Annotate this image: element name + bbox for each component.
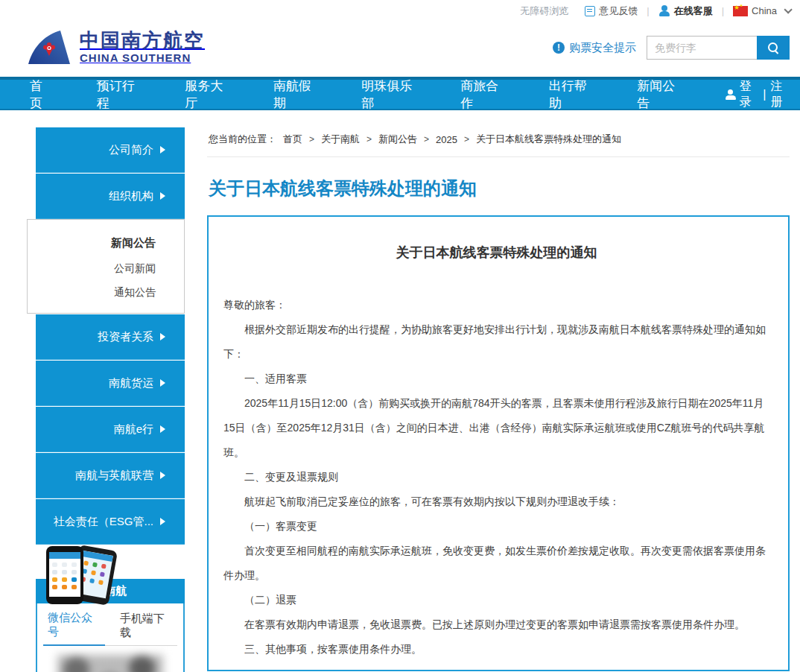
customer-service-icon (658, 5, 670, 16)
sidebar-item-cargo[interactable]: 南航货运 (36, 361, 185, 406)
sidebar-active-news-panel: 新闻公告 公司新闻 通知公告 (27, 219, 185, 314)
breadcrumb-separator: > (424, 134, 429, 145)
tab-wechat-account[interactable]: 微信公众号 (43, 611, 105, 646)
mobile-app-widget: 掌上南航 微信公众号 手机端下载 (36, 579, 185, 672)
breadcrumb-prefix: 您当前的位置： (209, 133, 276, 146)
arrow-right-icon (160, 192, 165, 200)
app-widget-panel: 微信公众号 手机端下载 (36, 603, 185, 672)
info-icon: ! (553, 42, 565, 54)
article-paragraph: 尊敬的旅客： (223, 293, 769, 317)
nav-item-business-travel[interactable]: 商旅合作 (460, 77, 504, 112)
nav-item-holidays[interactable]: 南航假期 (273, 77, 317, 112)
nav-item-news[interactable]: 新闻公告 (637, 77, 680, 112)
sidebar-subitem-notices[interactable]: 通知公告 (28, 286, 156, 299)
article-paragraph: 二、变更及退票规则 (223, 465, 769, 489)
breadcrumb-separator: > (366, 134, 372, 145)
breadcrumb: 您当前的位置： 首页 > 关于南航 > 新闻公告 > 2025 > 关于日本航线… (207, 127, 790, 157)
breadcrumb-year[interactable]: 2025 (436, 134, 457, 145)
sidebar-item-esg[interactable]: 社会责任（ESG管... (36, 499, 185, 545)
nav-item-home[interactable]: 首页 (30, 77, 51, 112)
divider: | (647, 5, 649, 16)
tab-app-download[interactable]: 手机端下载 (115, 612, 177, 645)
feedback-link[interactable]: 意见反馈 (585, 4, 638, 18)
safety-tip-label: 购票安全提示 (569, 41, 636, 55)
sidebar-item-investor-relations[interactable]: 投资者关系 (36, 314, 185, 360)
accessibility-link[interactable]: 无障碍浏览 (520, 4, 568, 18)
sidebar: 公司简介 组织机构 新闻公告 公司新闻 通知公告 投资者关系 南航货运 南航e行… (0, 127, 185, 672)
article-paragraph: 在客票有效期内申请退票，免收退票费。已按上述原则办理过变更的客票如申请退票需按客… (223, 612, 769, 637)
register-link[interactable]: 注册 (770, 79, 790, 110)
article-paragraph: （一）客票变更 (223, 514, 769, 539)
article-paragraph: 三、其他事项，按客票使用条件办理。 (223, 637, 769, 662)
arrow-right-icon (160, 518, 165, 525)
phones-image (45, 546, 127, 606)
divider: | (722, 5, 724, 16)
search-icon (768, 42, 779, 54)
logo-tailfin-icon (26, 30, 72, 66)
sidebar-item-label: 公司简介 (109, 143, 153, 157)
qr-code-image (57, 655, 163, 672)
arrow-right-icon (160, 425, 165, 433)
sidebar-item-ba-joint-venture[interactable]: 南航与英航联营 (36, 453, 185, 498)
nav-item-service-hall[interactable]: 服务大厅 (185, 77, 228, 112)
page-title: 关于日本航线客票特殊处理的通知 (209, 177, 790, 200)
arrow-right-icon (160, 379, 165, 387)
login-link[interactable]: 登录 (740, 79, 759, 110)
header-right: ! 购票安全提示 (553, 36, 790, 60)
breadcrumb-about[interactable]: 关于南航 (321, 133, 360, 146)
sidebar-item-label: 南航e行 (114, 422, 153, 437)
online-service-link[interactable]: 在线客服 (658, 4, 713, 18)
main-nav: 首页 预订行程 服务大厅 南航假期 明珠俱乐部 商旅合作 出行帮助 新闻公告 登… (0, 77, 800, 110)
logo-english: CHINA SOUTHERN (80, 51, 191, 64)
sidebar-item-e-travel[interactable]: 南航e行 (36, 407, 185, 452)
sidebar-subitem-company-news[interactable]: 公司新闻 (28, 262, 156, 276)
notice-article: 关于日本航线客票特殊处理的通知 尊敬的旅客： 根据外交部近期发布的出行提醒，为协… (207, 215, 790, 671)
article-paragraph: 一、适用客票 (223, 367, 769, 391)
app-widget-tabs: 微信公众号 手机端下载 (43, 611, 177, 646)
chevron-down-icon (784, 5, 792, 13)
breadcrumb-separator: > (309, 134, 314, 145)
online-service-label: 在线客服 (674, 4, 713, 18)
breadcrumb-news[interactable]: 新闻公告 (378, 133, 417, 146)
breadcrumb-separator: > (464, 134, 469, 145)
search-button[interactable] (757, 36, 790, 60)
logo[interactable]: 中国南方航空 CHINA SOUTHERN (26, 30, 205, 66)
arrow-right-icon (160, 472, 165, 479)
header: 中国南方航空 CHINA SOUTHERN ! 购票安全提示 (0, 19, 800, 77)
sidebar-item-label: 社会责任（ESG管... (54, 515, 153, 529)
arrow-right-icon (160, 146, 165, 153)
logo-text: 中国南方航空 CHINA SOUTHERN (80, 31, 205, 64)
article-paragraph: 首次变更至相同航程的南航实际承运航班，免收变更费，如发生票价价差按规定收取。再次… (223, 539, 769, 588)
utility-bar: 无障碍浏览 意见反馈 | 在线客服 | China (0, 0, 800, 19)
article-paragraph: 航班起飞前取消已定妥座位的旅客，可在客票有效期内按以下规则办理退改手续： (223, 489, 769, 514)
user-icon (726, 89, 734, 100)
search-box (647, 36, 790, 60)
feedback-form-icon (585, 6, 595, 16)
divider: | (763, 88, 766, 101)
content: 您当前的位置： 首页 > 关于南航 > 新闻公告 > 2025 > 关于日本航线… (207, 127, 790, 672)
region-selector[interactable]: China (733, 5, 790, 16)
main-area: 公司简介 组织机构 新闻公告 公司新闻 通知公告 投资者关系 南航货运 南航e行… (0, 110, 800, 672)
region-label: China (752, 5, 777, 16)
china-flag-icon (733, 6, 748, 16)
sidebar-item-company-profile[interactable]: 公司简介 (36, 127, 185, 173)
article-paragraph: （二）退票 (223, 588, 769, 612)
breadcrumb-current: 关于日本航线客票特殊处理的通知 (476, 133, 621, 146)
logo-chinese: 中国南方航空 (80, 31, 205, 51)
nav-item-travel-help[interactable]: 出行帮助 (549, 77, 592, 112)
sidebar-item-organization[interactable]: 组织机构 (36, 174, 185, 219)
account-area: 登录 | 注册 (726, 79, 790, 110)
ticket-safety-tip-link[interactable]: ! 购票安全提示 (553, 41, 636, 55)
article-title: 关于日本航线客票特殊处理的通知 (223, 244, 769, 261)
feedback-label: 意见反馈 (599, 4, 638, 18)
article-paragraph: 2025年11月15日12:00（含）前购买或换开的南航784开头的客票，且客票… (223, 391, 769, 465)
sidebar-item-label: 南航与英航联营 (75, 469, 153, 483)
breadcrumb-home[interactable]: 首页 (283, 133, 302, 146)
article-paragraph: 根据外交部近期发布的出行提醒，为协助旅客更好地安排出行计划，现就涉及南航日本航线… (223, 317, 769, 367)
nav-item-pearl-club[interactable]: 明珠俱乐部 (361, 77, 415, 112)
phone-front (46, 546, 83, 604)
sidebar-item-label: 投资者关系 (98, 330, 153, 344)
nav-item-booking[interactable]: 预订行程 (97, 77, 140, 112)
search-input[interactable] (647, 36, 757, 60)
sidebar-item-news-announcements[interactable]: 新闻公告 (28, 236, 156, 250)
